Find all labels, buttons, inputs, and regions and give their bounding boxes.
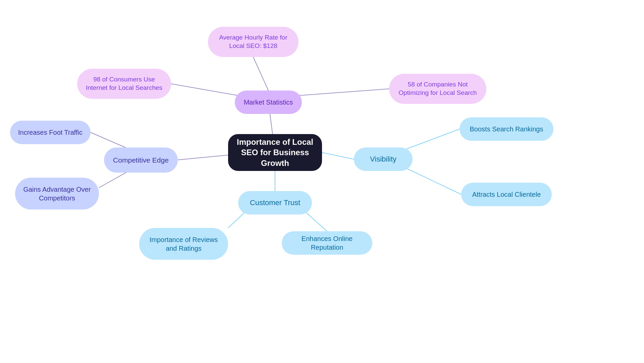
reputation-node: Enhances Online Reputation [282, 231, 372, 255]
visibility-node: Visibility [354, 147, 413, 171]
gains-advantage-node: Gains Advantage Over Competitors [15, 178, 99, 209]
center-node: Importance of Local SEO for Business Gro… [228, 134, 322, 171]
svg-line-3 [299, 89, 389, 96]
boosts-search-node: Boosts Search Rankings [460, 117, 553, 141]
svg-line-7 [322, 153, 354, 159]
customer-trust-node: Customer Trust [238, 191, 312, 215]
reviews-ratings-node: Importance of Reviews and Ratings [139, 228, 228, 260]
companies-58-node: 58 of Companies Not Optimizing for Local… [389, 74, 486, 104]
market-statistics-node: Market Statistics [235, 90, 302, 114]
svg-line-2 [171, 84, 238, 96]
average-hourly-rate-node: Average Hourly Rate for Local SEO: $128 [208, 27, 299, 57]
consumers-98-node: 98 of Consumers Use Internet for Local S… [77, 69, 171, 99]
competitive-edge-node: Competitive Edge [104, 147, 178, 173]
foot-traffic-node: Increases Foot Traffic [10, 121, 91, 144]
svg-line-1 [253, 57, 268, 90]
attracts-local-node: Attracts Local Clientele [461, 183, 552, 206]
